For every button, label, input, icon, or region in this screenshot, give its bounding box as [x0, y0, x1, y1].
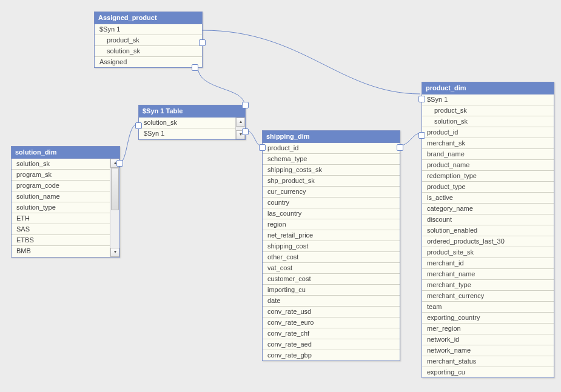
field-row[interactable]: ordered_products_last_30 [422, 236, 554, 247]
field-row[interactable]: solution_sk [95, 46, 202, 57]
field-row[interactable]: brand_name [422, 149, 554, 160]
field-row[interactable]: $Syn 1 [95, 24, 202, 35]
connection-port[interactable] [192, 64, 198, 71]
field-row[interactable]: $Syn 1 [422, 95, 554, 105]
connection-port[interactable] [242, 128, 249, 135]
field-row[interactable]: solution_type [12, 202, 110, 213]
field-row[interactable]: mer_region [422, 324, 554, 334]
table-header[interactable]: product_dim [422, 82, 554, 95]
field-row[interactable]: importing_cu [263, 285, 400, 296]
field-row[interactable]: product_type [422, 182, 554, 193]
connection-port[interactable] [259, 144, 266, 151]
field-row[interactable]: discount [422, 214, 554, 225]
field-row[interactable]: SAS [12, 224, 110, 235]
table-solution-dim[interactable]: solution_dim solution_sk program_sk prog… [11, 146, 120, 257]
table-product-dim[interactable]: product_dim $Syn 1 product_sk solution_s… [422, 82, 554, 378]
field-row[interactable]: other_cost [263, 252, 400, 263]
field-row[interactable]: merchant_sk [422, 138, 554, 149]
field-row[interactable]: is_active [422, 193, 554, 204]
scroll-thumb[interactable] [111, 168, 119, 210]
field-row[interactable]: product_sk [95, 35, 202, 46]
field-row[interactable]: product_id [263, 143, 400, 154]
field-row[interactable]: conv_rate_usd [263, 307, 400, 317]
field-row[interactable]: region [263, 219, 400, 230]
field-row[interactable]: merchant_type [422, 280, 554, 291]
field-row[interactable]: solution_name [12, 191, 110, 202]
field-row[interactable]: team [422, 302, 554, 313]
table-header[interactable]: shipping_dim [263, 131, 400, 143]
table-body: solution_sk program_sk program_code solu… [12, 159, 119, 257]
field-row[interactable]: merchant_status [422, 356, 554, 367]
scrollbar[interactable]: ▴ ▾ [110, 159, 119, 257]
table-header[interactable]: solution_dim [12, 147, 119, 159]
field-row[interactable]: ETBS [12, 235, 110, 246]
field-row[interactable]: cur_currency [263, 187, 400, 198]
field-row[interactable]: merchant_id [422, 258, 554, 269]
field-row[interactable]: redemption_type [422, 171, 554, 182]
table-body: $Syn 1 product_sk solution_sk Assigned [95, 24, 202, 67]
field-row[interactable]: schema_type [263, 154, 400, 165]
data-model-diagram: Assigned_product $Syn 1 product_sk solut… [0, 0, 561, 392]
field-row[interactable]: exporting_cu [422, 367, 554, 377]
connection-port[interactable] [242, 102, 249, 108]
field-row[interactable]: conv_rate_euro [263, 317, 400, 328]
field-row[interactable]: product_sk [422, 105, 554, 116]
field-row[interactable]: merchant_currency [422, 291, 554, 302]
field-row[interactable]: net_retail_price [263, 230, 400, 241]
field-row[interactable]: category_name [422, 204, 554, 214]
field-row[interactable]: date [263, 296, 400, 307]
field-row[interactable]: ETH [12, 213, 110, 224]
field-row[interactable]: customer_cost [263, 274, 400, 285]
connection-port[interactable] [418, 132, 425, 139]
field-row[interactable]: solution_enabled [422, 225, 554, 236]
field-row[interactable]: $Syn 1 [139, 128, 236, 139]
table-body: $Syn 1 product_sk solution_sk product_id… [422, 95, 554, 377]
field-row[interactable]: solution_sk [12, 159, 110, 170]
field-row[interactable]: solution_sk [422, 116, 554, 127]
field-row[interactable]: exporting_country [422, 313, 554, 324]
field-row[interactable]: product_name [422, 160, 554, 171]
field-row[interactable]: las_country [263, 208, 400, 219]
table-body: solution_sk $Syn 1 ▴ ▾ [139, 118, 245, 139]
scroll-up-button[interactable]: ▴ [236, 118, 245, 127]
field-row[interactable]: merchant_name [422, 269, 554, 280]
field-row[interactable]: conv_rate_chf [263, 328, 400, 339]
field-row[interactable]: conv_rate_gbp [263, 350, 400, 360]
field-row[interactable]: network_id [422, 334, 554, 345]
field-row[interactable]: country [263, 198, 400, 208]
field-row[interactable]: product_id [422, 127, 554, 138]
table-header[interactable]: Assigned_product [95, 12, 202, 24]
connection-port[interactable] [418, 96, 425, 102]
table-body: product_id schema_type shipping_costs_sk… [263, 143, 400, 360]
field-row[interactable]: solution_sk [139, 118, 236, 128]
field-row[interactable]: shipping_cost [263, 241, 400, 252]
connection-port[interactable] [135, 122, 142, 129]
connection-port[interactable] [116, 160, 123, 167]
scroll-down-button[interactable]: ▾ [110, 248, 119, 257]
table-syn1[interactable]: $Syn 1 Table solution_sk $Syn 1 ▴ ▾ [138, 105, 246, 140]
field-row[interactable]: BMB [12, 246, 110, 256]
table-shipping-dim[interactable]: shipping_dim product_id schema_type ship… [262, 130, 400, 361]
field-row[interactable]: program_sk [12, 170, 110, 181]
connection-port[interactable] [397, 144, 403, 151]
field-row[interactable]: vat_cost [263, 263, 400, 274]
connection-port[interactable] [199, 39, 206, 46]
field-row[interactable]: product_site_sk [422, 247, 554, 258]
field-row[interactable]: shipping_costs_sk [263, 165, 400, 176]
field-row[interactable]: program_code [12, 181, 110, 191]
field-row[interactable]: shp_product_sk [263, 176, 400, 187]
field-row[interactable]: network_name [422, 345, 554, 356]
table-assigned-product[interactable]: Assigned_product $Syn 1 product_sk solut… [94, 12, 203, 68]
field-row[interactable]: Assigned [95, 57, 202, 67]
table-header[interactable]: $Syn 1 Table [139, 105, 245, 118]
field-row[interactable]: conv_rate_aed [263, 339, 400, 350]
